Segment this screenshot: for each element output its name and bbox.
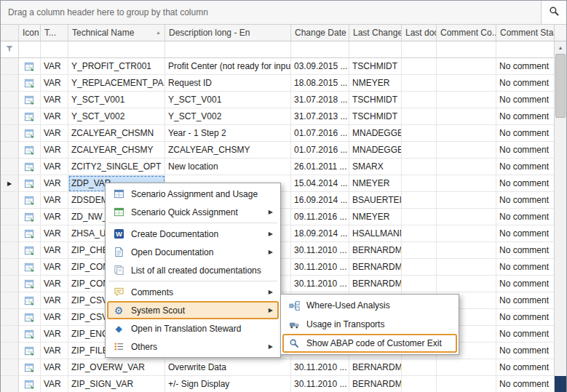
cell-comment-count[interactable]	[437, 125, 496, 142]
cell-type[interactable]: VAR	[41, 108, 68, 125]
cell-type[interactable]: VAR	[41, 309, 68, 326]
cell-technical-name[interactable]: Y_SCT_V002	[68, 108, 165, 125]
cell-comment-count[interactable]	[437, 159, 496, 175]
filter-cell-comment-count[interactable]	[437, 41, 496, 58]
filter-cell-technical-name[interactable]	[68, 41, 165, 58]
cell-description[interactable]: Profit Center (not ready for input)	[165, 58, 291, 75]
cell-change-date[interactable]: 30.11.2010 ...	[291, 242, 349, 259]
cell-change-date[interactable]: 30.11.2010 ...	[291, 359, 349, 376]
cell-last-doc[interactable]	[402, 192, 437, 209]
cell-comment-status[interactable]: No comment	[496, 376, 555, 392]
cell-last-doc[interactable]	[402, 175, 437, 192]
cell-comment-count[interactable]	[437, 242, 496, 259]
cell-type[interactable]: VAR	[41, 92, 68, 108]
cell-change-date[interactable]: 30.11.2010 ...	[291, 376, 349, 392]
cell-comment-status[interactable]: No comment	[496, 259, 555, 276]
cell-type[interactable]: VAR	[41, 376, 68, 392]
cell-type[interactable]: VAR	[41, 159, 68, 175]
menu-item-scenario-assignment[interactable]: Scenario Assignment and Usage	[107, 185, 279, 203]
cell-comment-count[interactable]	[437, 175, 496, 192]
cell-technical-name[interactable]: ZCITY2_SINGLE_OPT	[68, 159, 165, 175]
cell-comment-status[interactable]: No comment	[496, 159, 555, 175]
cell-type[interactable]: VAR	[41, 142, 68, 159]
column-header-last-doc[interactable]: Last doc...	[402, 25, 437, 41]
column-header-icon[interactable]: Icon	[19, 25, 41, 41]
cell-description[interactable]: ZCALYEAR_CHSMY	[165, 142, 291, 159]
cell-comment-count[interactable]	[437, 259, 496, 276]
cell-change-date[interactable]: 30.11.2010 ...	[291, 276, 349, 292]
filter-cell-last-change[interactable]	[349, 41, 402, 58]
cell-last-doc[interactable]	[402, 225, 437, 242]
cell-type[interactable]: VAR	[41, 276, 68, 292]
scrollbar-thumb[interactable]	[555, 54, 566, 118]
cell-change-date[interactable]: 31.07.2018 ...	[291, 92, 349, 108]
cell-last-change[interactable]: SMARX	[349, 159, 402, 175]
cell-change-date[interactable]: 16.09.2014 ...	[291, 192, 349, 209]
cell-description[interactable]: Y_SCT_V001	[165, 92, 291, 108]
cell-comment-count[interactable]	[437, 225, 496, 242]
cell-type[interactable]: VAR	[41, 225, 68, 242]
cell-comment-status[interactable]: No comment	[496, 242, 555, 259]
cell-type[interactable]: VAR	[41, 58, 68, 75]
column-header-type[interactable]: T...	[41, 25, 68, 41]
cell-last-doc[interactable]	[402, 259, 437, 276]
cell-last-change[interactable]: NMEYER	[349, 175, 402, 192]
cell-last-doc[interactable]	[402, 108, 437, 125]
group-by-panel[interactable]: Drag a column header here to group by th…	[1, 1, 566, 25]
column-header-technical-name[interactable]: Technical Name▲	[68, 25, 165, 41]
cell-comment-count[interactable]	[437, 376, 496, 392]
cell-type[interactable]: VAR	[41, 292, 68, 309]
cell-type[interactable]: VAR	[41, 209, 68, 225]
cell-type[interactable]: VAR	[41, 343, 68, 359]
table-row[interactable]: VAR ZCALYEAR_CHSMN Year - 1 Step 2 01.07…	[1, 125, 555, 142]
cell-comment-count[interactable]	[437, 359, 496, 376]
cell-change-date[interactable]: 18.08.2015 ...	[291, 75, 349, 92]
cell-change-date[interactable]: 31.07.2013 ...	[291, 108, 349, 125]
cell-description[interactable]: +/- Sign Display	[165, 376, 291, 392]
column-header-comment-count[interactable]: Comment Co...	[437, 25, 496, 41]
cell-type[interactable]: VAR	[41, 242, 68, 259]
cell-last-doc[interactable]	[402, 58, 437, 75]
cell-comment-status[interactable]: No comment	[496, 359, 555, 376]
cell-last-change[interactable]: BERNARDMA	[349, 259, 402, 276]
search-button[interactable]	[541, 1, 566, 24]
cell-comment-status[interactable]: No comment	[496, 225, 555, 242]
cell-change-date[interactable]: 01.07.2016 ...	[291, 125, 349, 142]
cell-technical-name[interactable]: ZIP_SIGN_VAR	[68, 376, 165, 392]
cell-comment-status[interactable]: No comment	[496, 343, 555, 359]
cell-comment-count[interactable]	[437, 209, 496, 225]
cell-change-date[interactable]: 09.11.2016 ...	[291, 209, 349, 225]
scroll-up-button[interactable]: ▲	[555, 41, 566, 53]
cell-comment-count[interactable]	[437, 58, 496, 75]
cell-last-doc[interactable]	[402, 125, 437, 142]
menu-item-others[interactable]: Others ▶	[107, 337, 279, 356]
cell-technical-name[interactable]: ZIP_OVERW_VAR	[68, 359, 165, 376]
cell-description[interactable]: Request ID	[165, 75, 291, 92]
cell-type[interactable]: VAR	[41, 192, 68, 209]
filter-cell-change-date[interactable]	[291, 41, 349, 58]
cell-last-change[interactable]: MNADEGGER	[349, 125, 402, 142]
cell-description[interactable]: Overwrite Data	[165, 359, 291, 376]
cell-comment-count[interactable]	[437, 92, 496, 108]
cell-last-change[interactable]: TSCHMIDT	[349, 108, 402, 125]
cell-comment-status[interactable]: No comment	[496, 125, 555, 142]
cell-last-change[interactable]: TSCHMIDT	[349, 92, 402, 108]
menu-item-list-of-documentations[interactable]: List of all created documentations	[107, 261, 279, 279]
menu-item-open-documentation[interactable]: Open Documentation ▶	[107, 243, 279, 261]
table-row[interactable]: VAR Y_SCT_V001 Y_SCT_V001 31.07.2018 ...…	[1, 92, 555, 108]
menu-item-usage-in-transports[interactable]: Usage in Transports	[282, 315, 457, 334]
cell-type[interactable]: VAR	[41, 359, 68, 376]
cell-type[interactable]: VAR	[41, 326, 68, 343]
cell-comment-status[interactable]: No comment	[496, 75, 555, 92]
cell-comment-status[interactable]: No comment	[496, 175, 555, 192]
cell-last-doc[interactable]	[402, 376, 437, 392]
cell-last-doc[interactable]	[402, 359, 437, 376]
cell-type[interactable]: VAR	[41, 75, 68, 92]
cell-last-change[interactable]: BSAUERTEIG	[349, 192, 402, 209]
cell-last-doc[interactable]	[402, 242, 437, 259]
column-header-comment-status[interactable]: Comment Sta...	[496, 25, 555, 41]
cell-description[interactable]: New location	[165, 159, 291, 175]
menu-item-where-used-analysis[interactable]: Where-Used Analysis	[282, 296, 457, 315]
cell-last-change[interactable]: TSCHMIDT	[349, 58, 402, 75]
table-row[interactable]: VAR Y_PROFIT_CTR001 Profit Center (not r…	[1, 58, 555, 75]
